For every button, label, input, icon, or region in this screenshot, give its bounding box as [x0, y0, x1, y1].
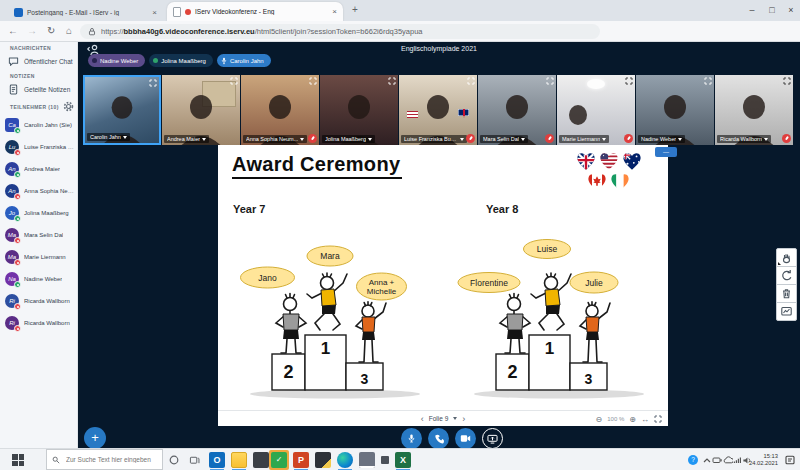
fullscreen-icon[interactable] [467, 77, 475, 85]
participant-row[interactable]: Ri Ricarda Wallborn [0, 290, 78, 312]
fullscreen-icon[interactable] [625, 77, 633, 85]
participant-row[interactable]: Jo Jolina Maaßberg [0, 202, 78, 224]
video-name-label[interactable]: Jolina Maaßberg [322, 135, 375, 143]
presentation-area: Award Ceremony [218, 145, 668, 426]
app-icon[interactable] [381, 456, 389, 464]
zoom-out-button[interactable]: ⊖ [596, 415, 603, 424]
video-tile[interactable]: Ricarda Wallborn [715, 75, 793, 145]
window-minimize-button[interactable]: – [745, 2, 759, 18]
video-tile[interactable]: Andrea Maier [162, 75, 240, 145]
video-name-label[interactable]: Mara Selin Dal [480, 135, 528, 143]
participant-row[interactable]: Ma Mara Selin Dal [0, 224, 78, 246]
participant-row[interactable]: An Anna Sophia Neuma... [0, 180, 78, 202]
file-explorer-icon[interactable] [231, 452, 247, 468]
undo-button[interactable] [776, 266, 797, 285]
edge-icon[interactable] [337, 452, 353, 468]
task-view-icon[interactable] [189, 455, 200, 465]
action-center-icon[interactable] [784, 454, 796, 466]
public-chat-item[interactable]: Öffentlicher Chat [0, 53, 78, 69]
leave-audio-button[interactable] [428, 428, 449, 448]
battery-icon[interactable] [712, 456, 723, 465]
fit-width-button[interactable]: ↔ [641, 415, 649, 424]
tray-expand-chevron-icon[interactable] [703, 457, 711, 463]
tab-videoconference[interactable]: IServ Videokonferenz - Eng × [167, 2, 343, 21]
fullscreen-icon[interactable] [230, 77, 238, 85]
fullscreen-icon[interactable] [546, 77, 554, 85]
clear-annotations-trash-button[interactable] [776, 284, 797, 303]
tab-close-icon[interactable]: × [152, 8, 157, 17]
webcam-button[interactable] [455, 428, 476, 448]
participant-row[interactable]: Ca Carolin Jahn (Sie) [0, 114, 78, 136]
zoom-in-button[interactable]: ⊕ [629, 415, 636, 424]
home-icon[interactable]: ⌂ [66, 25, 72, 36]
participant-row[interactable]: An Andrea Maier [0, 158, 78, 180]
chat-icon [8, 56, 19, 67]
video-tile[interactable]: Marie Liermann [557, 75, 635, 145]
previous-slide-button[interactable]: ‹ [421, 412, 424, 426]
window-close-button[interactable]: × [784, 2, 798, 18]
multiuser-whiteboard-button[interactable] [776, 302, 797, 321]
iserv-app-icon[interactable]: ✓ [271, 452, 287, 468]
search-input[interactable] [64, 455, 156, 464]
forward-icon[interactable]: → [27, 25, 37, 36]
shared-notes-item[interactable]: Geteilte Notizen [0, 81, 78, 97]
participant-row[interactable]: Ma Marie Liermann [0, 246, 78, 268]
video-tile[interactable]: Carolin Jahn [83, 75, 161, 145]
calculator-icon[interactable] [359, 452, 375, 468]
slide-canvas[interactable]: Award Ceremony [218, 145, 668, 410]
mute-button[interactable] [401, 428, 422, 448]
video-name-label[interactable]: Marie Liermann [559, 135, 609, 143]
network-icon[interactable] [733, 456, 742, 464]
briefcase-app-icon[interactable] [253, 452, 269, 468]
screenshare-button[interactable] [482, 428, 503, 448]
fullscreen-icon[interactable] [783, 77, 791, 85]
help-tray-icon[interactable]: ? [688, 455, 698, 465]
new-tab-button[interactable]: + [352, 4, 358, 15]
start-button[interactable] [12, 454, 24, 466]
participants-settings-gear-icon[interactable] [63, 101, 74, 112]
window-maximize-button[interactable]: □ [765, 2, 779, 18]
video-name-label[interactable]: Ricarda Wallborn [717, 135, 771, 143]
video-tile[interactable]: Jolina Maaßberg [320, 75, 398, 145]
fullscreen-icon[interactable] [388, 77, 396, 85]
sticky-notes-icon[interactable] [315, 452, 331, 468]
minimize-presentation-button[interactable]: — [655, 147, 677, 157]
australia-heart-flag-icon [621, 151, 643, 171]
cortana-icon[interactable] [169, 455, 179, 465]
video-name-label[interactable]: Anna Sophia Neum... [243, 135, 307, 143]
actions-plus-button[interactable]: + [84, 427, 106, 448]
video-name-label[interactable]: Nadine Weber [638, 135, 685, 143]
reload-icon[interactable]: ↻ [47, 25, 55, 36]
next-slide-button[interactable]: › [462, 412, 465, 426]
fullscreen-icon[interactable] [704, 77, 712, 85]
pan-tool-button[interactable] [776, 248, 797, 267]
avatar: An [5, 162, 19, 176]
fullscreen-button[interactable] [654, 415, 662, 423]
video-name-label[interactable]: Luise Franziska Burger [401, 135, 467, 143]
powerpoint-icon[interactable]: P [293, 452, 309, 468]
slide-number-dropdown[interactable]: Folie 9 [429, 415, 449, 422]
outlook-icon[interactable]: O [209, 452, 225, 468]
taskbar-clock[interactable]: 15:13 24.02.2021 [744, 453, 778, 467]
tab-mail[interactable]: Posteingang - E-Mail - IServ - ig × [8, 3, 163, 21]
video-tile[interactable]: Nadine Weber [636, 75, 714, 145]
fullscreen-icon[interactable] [309, 77, 317, 85]
participant-row[interactable]: Ri Ricarda Wallborn [0, 312, 78, 334]
fullscreen-icon[interactable] [149, 79, 157, 87]
video-name-label[interactable]: Carolin Jahn [87, 133, 130, 141]
video-tile[interactable]: Luise Franziska Burger [399, 75, 477, 145]
video-tile[interactable]: Anna Sophia Neum... [241, 75, 319, 145]
video-tile[interactable]: Mara Selin Dal [478, 75, 556, 145]
back-icon[interactable]: ← [8, 25, 18, 36]
tab-close-icon[interactable]: × [332, 7, 337, 16]
ceiling-lamp [587, 79, 605, 89]
whiteboard-toolbar [776, 248, 797, 321]
onedrive-cloud-icon[interactable] [723, 456, 733, 464]
participant-row[interactable]: Lu Luise Franziska Burger [0, 136, 78, 158]
avatar: Lu [5, 140, 19, 154]
video-name-label[interactable]: Andrea Maier [164, 135, 209, 143]
taskbar-search[interactable] [46, 449, 163, 470]
url-bar[interactable]: https://bbbha40g6.videoconference.iserv.… [80, 24, 600, 39]
excel-icon[interactable]: X [395, 452, 411, 468]
participant-row[interactable]: Na Nadine Weber [0, 268, 78, 290]
